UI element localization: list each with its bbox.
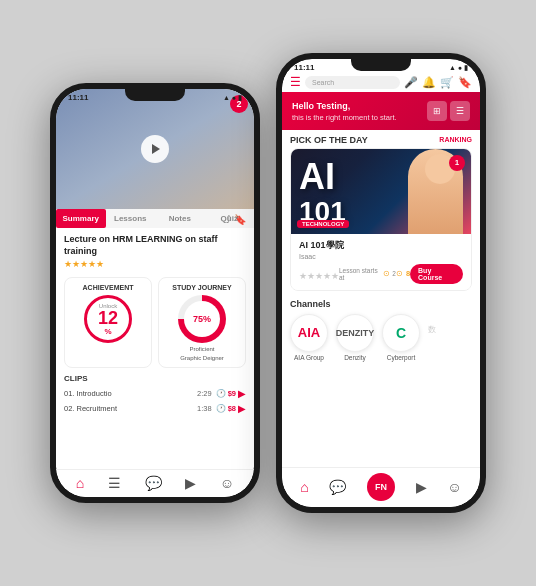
denzity-name: Denzity bbox=[344, 354, 366, 361]
lessons-start-label: Lesson starts at bbox=[339, 267, 381, 281]
tab-summary[interactable]: Summary bbox=[56, 209, 106, 228]
left-phone: 11:11 ▲ ● ▮ 2 Summary Lessons Notes Quiz bbox=[50, 83, 260, 503]
points-icon: ⊙ bbox=[396, 269, 403, 278]
course-tabs: Summary Lessons Notes Quiz bbox=[56, 209, 254, 228]
course-title: Lecture on HRM LEARNING on staff trainin… bbox=[64, 234, 246, 257]
greeting-line2: this is the right moment to start. bbox=[292, 113, 397, 122]
clips-section: CLIPS 01. Introductio 2:29 🕐 $9 ▶ 02. Re… bbox=[56, 372, 254, 418]
ai-course-title: AI 101學院 bbox=[299, 239, 463, 252]
cart-icon[interactable]: 🛒 bbox=[440, 76, 454, 89]
ranking-badge: 1 bbox=[449, 155, 465, 171]
left-notch bbox=[125, 89, 185, 101]
greeting-banner: Hello Testing, this is the right moment … bbox=[282, 92, 480, 130]
right-nav-emoji[interactable]: ☺ bbox=[447, 479, 461, 495]
play-button[interactable] bbox=[141, 135, 169, 163]
header-icons: 🎤 🔔 🛒 🔖 bbox=[404, 76, 472, 89]
channels-row: AIA AIA Group DENZITY Denzity C bbox=[290, 314, 472, 361]
nav-menu[interactable]: ☰ bbox=[108, 475, 121, 491]
search-bar[interactable]: Search bbox=[305, 76, 400, 89]
mic-icon[interactable]: 🎤 bbox=[404, 76, 418, 89]
left-screen: 11:11 ▲ ● ▮ 2 Summary Lessons Notes Quiz bbox=[56, 89, 254, 497]
category-badge: TECHNOLOGY bbox=[297, 220, 349, 228]
nav-chat[interactable]: 💬 bbox=[145, 475, 162, 491]
cyberport-logo: C bbox=[382, 314, 420, 352]
right-status-icons: ▲ ● ▮ bbox=[449, 64, 468, 72]
fn-logo-button[interactable]: FN bbox=[367, 473, 395, 501]
proficient-label: Proficient bbox=[163, 346, 241, 352]
list-icon[interactable]: ☰ bbox=[450, 101, 470, 121]
clip-1-duration: 2:29 bbox=[197, 389, 212, 398]
grid-icon[interactable]: ⊞ bbox=[427, 101, 447, 121]
ai-bottom-row: ★★★★★ Lesson starts at ⊙ 2 ⊙ 8 Buy Cours… bbox=[299, 264, 463, 284]
right-time: 11:11 bbox=[294, 63, 314, 72]
more-channels-indicator: 数 bbox=[428, 324, 436, 335]
right-notch bbox=[351, 59, 411, 71]
nav-emoji[interactable]: ☺ bbox=[220, 475, 234, 491]
bell-icon[interactable]: 🔔 bbox=[422, 76, 436, 89]
clip-2-price: $8 bbox=[228, 404, 236, 413]
right-bottom-nav: ⌂ 💬 FN ▶ ☺ bbox=[282, 467, 480, 507]
study-journey-title: STUDY JOURNEY bbox=[163, 284, 241, 291]
nav-video[interactable]: ▶ bbox=[185, 475, 196, 491]
hero-image[interactable]: 2 bbox=[56, 89, 254, 209]
tab-lessons[interactable]: Lessons bbox=[106, 209, 156, 228]
greeting-line1: Hello Testing, bbox=[292, 100, 397, 113]
tab-notes[interactable]: Notes bbox=[155, 209, 205, 228]
lessons-info: Lesson starts at ⊙ 2 bbox=[339, 267, 396, 281]
channel-denzity[interactable]: DENZITY Denzity bbox=[336, 314, 374, 361]
greeting-action-icons: ⊞ ☰ bbox=[427, 101, 470, 121]
points-row: ⊙ 8 bbox=[396, 269, 410, 278]
clip-2-duration: 1:38 bbox=[197, 404, 212, 413]
play-icon bbox=[152, 144, 160, 154]
right-nav-home[interactable]: ⌂ bbox=[300, 479, 308, 495]
greeting-text: Hello Testing, this is the right moment … bbox=[292, 100, 397, 122]
designer-label: Graphic Deigner bbox=[163, 355, 241, 361]
right-header: ☰ Search 🎤 🔔 🛒 🔖 bbox=[282, 71, 480, 92]
clips-title: CLIPS bbox=[64, 374, 246, 383]
left-status-icons: ▲ ● ▮ bbox=[223, 94, 242, 102]
clip-1-play[interactable]: ▶ bbox=[238, 388, 246, 399]
buy-button[interactable]: Buy Course bbox=[410, 264, 463, 284]
aia-logo: AIA bbox=[290, 314, 328, 352]
clip-1-price: $9 bbox=[228, 389, 236, 398]
progress-circle: 75% bbox=[178, 295, 226, 343]
cyberport-name: Cyberport bbox=[387, 354, 416, 361]
clip-item-1[interactable]: 01. Introductio 2:29 🕐 $9 ▶ bbox=[64, 386, 246, 401]
phones-container: 11:11 ▲ ● ▮ 2 Summary Lessons Notes Quiz bbox=[30, 53, 506, 533]
channel-aia[interactable]: AIA AIA Group bbox=[290, 314, 328, 361]
right-nav-chat[interactable]: 💬 bbox=[329, 479, 346, 495]
ai-banner: AI 101 1 TECHNOLOGY bbox=[291, 149, 471, 234]
achievement-number: 12 bbox=[98, 309, 118, 327]
ai-course-card[interactable]: AI 101 1 TECHNOLOGY AI 101學院 Isaac ★★★★★… bbox=[290, 148, 472, 291]
course-info: ⤴ 🔖 Lecture on HRM LEARNING on staff tra… bbox=[56, 228, 254, 273]
metrics-row: ACHIEVEMENT Unlock 12 % STUDY JOURNEY 75… bbox=[56, 273, 254, 372]
left-time: 11:11 bbox=[68, 93, 88, 102]
clock-icon-2: 🕐 bbox=[216, 404, 226, 413]
percent-sign: % bbox=[104, 327, 111, 336]
clip-2-name: 02. Recruitment bbox=[64, 404, 197, 413]
left-bottom-nav: ⌂ ☰ 💬 ▶ ☺ bbox=[56, 469, 254, 497]
course-stars: ★★★★★ bbox=[64, 259, 246, 269]
tab-quiz[interactable]: Quiz bbox=[205, 209, 255, 228]
clip-2-play[interactable]: ▶ bbox=[238, 403, 246, 414]
right-nav-video[interactable]: ▶ bbox=[416, 479, 427, 495]
ai-author: Isaac bbox=[299, 253, 463, 260]
denzity-logo: DENZITY bbox=[336, 314, 374, 352]
ai-card-body: AI 101學院 Isaac ★★★★★ Lesson starts at ⊙ … bbox=[291, 234, 471, 290]
achievement-card: ACHIEVEMENT Unlock 12 % bbox=[64, 277, 152, 368]
ai-stars: ★★★★★ bbox=[299, 271, 339, 281]
aia-logo-text: AIA bbox=[298, 325, 320, 340]
bookmark2-icon[interactable]: 🔖 bbox=[458, 76, 472, 89]
channel-cyberport[interactable]: C Cyberport bbox=[382, 314, 420, 361]
denzity-logo-text: DENZITY bbox=[336, 328, 375, 338]
potd-header: PICK OF THE DAY RANKING bbox=[282, 130, 480, 148]
hamburger-icon[interactable]: ☰ bbox=[290, 75, 301, 89]
nav-home[interactable]: ⌂ bbox=[76, 475, 84, 491]
study-journey-card: STUDY JOURNEY 75% Proficient Graphic Dei… bbox=[158, 277, 246, 368]
channels-section: Channels AIA AIA Group DENZITY Denzity bbox=[282, 297, 480, 365]
search-placeholder: Search bbox=[312, 79, 334, 86]
ai-stars-row: ★★★★★ bbox=[299, 265, 339, 283]
achievement-circle: Unlock 12 % bbox=[84, 295, 132, 343]
right-screen: 11:11 ▲ ● ▮ ☰ Search 🎤 🔔 🛒 🔖 He bbox=[282, 59, 480, 507]
clip-item-2[interactable]: 02. Recruitment 1:38 🕐 $8 ▶ bbox=[64, 401, 246, 416]
